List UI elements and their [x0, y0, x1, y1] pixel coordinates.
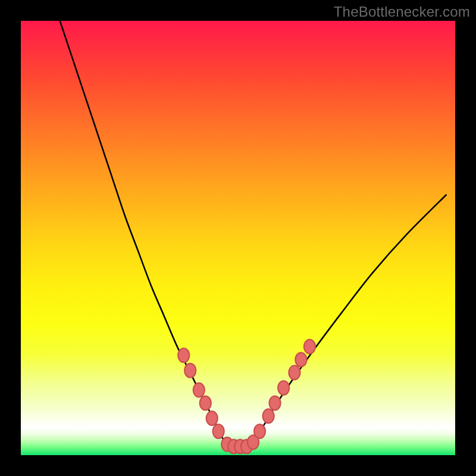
plot-area: [21, 21, 455, 455]
bead-marker: [289, 365, 300, 380]
bead-marker: [278, 381, 289, 395]
bottleneck-curve: [60, 21, 447, 447]
bead-marker: [213, 424, 224, 439]
bead-marker: [200, 396, 211, 411]
chart-svg: [21, 21, 455, 455]
bead-marker: [270, 396, 281, 411]
bead-marker: [193, 383, 205, 397]
bead-marker: [263, 409, 274, 423]
bead-marker: [304, 340, 315, 354]
bead-marker: [206, 411, 218, 425]
bead-marker: [295, 353, 306, 367]
bead-marker: [184, 364, 196, 378]
watermark-text: TheBottlenecker.com: [334, 4, 470, 20]
bead-marker: [254, 424, 265, 439]
chart-frame: TheBottlenecker.com: [0, 0, 476, 476]
highlight-beads: [178, 340, 315, 454]
bead-marker: [178, 348, 189, 362]
